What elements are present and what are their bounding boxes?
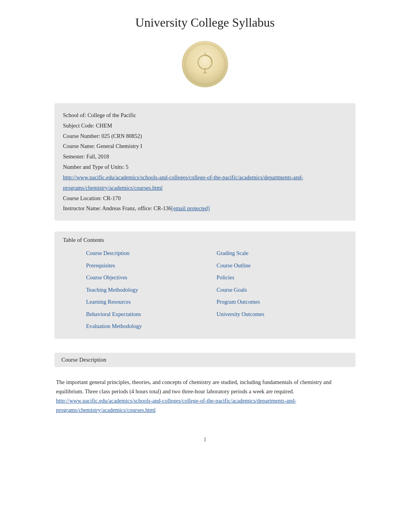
toc-left-column: Course Description Prerequisites Course …: [86, 248, 217, 332]
logo-container: [54, 39, 356, 89]
instructor-email[interactable]: [email protected]: [171, 205, 210, 211]
page-title: University College Syllabus: [54, 15, 356, 30]
toc-item-policies[interactable]: Policies: [217, 272, 347, 283]
course-name-line: Course Name: General Chemistry I: [63, 141, 347, 151]
svg-point-0: [182, 41, 228, 87]
location-line: Course Location: CR-170: [63, 193, 347, 204]
subject-code-line: Subject Code: CHEM: [63, 121, 347, 131]
toc-item-learning-resources[interactable]: Learning Resources: [86, 297, 217, 308]
units-line: Number and Type of Units: 5: [63, 162, 347, 172]
page-number: 1: [54, 437, 356, 443]
toc-right-column: Grading Scale Course Outline Policies Co…: [217, 248, 347, 332]
course-description-link[interactable]: http://www.pacific.edu/academics/schools…: [56, 398, 296, 413]
toc-item-course-goals[interactable]: Course Goals: [217, 285, 347, 296]
course-description-body: The important general principles, theori…: [54, 375, 356, 421]
toc-item-grading-scale[interactable]: Grading Scale: [217, 248, 347, 259]
toc-item-prerequisites[interactable]: Prerequisites: [86, 260, 217, 271]
toc-item-program-outcomes[interactable]: Program Outcomes: [217, 297, 347, 308]
toc-item-course-description[interactable]: Course Description: [86, 248, 217, 259]
school-line: School of: College of the Pacific: [63, 110, 347, 121]
toc-item-behavioral-expectations[interactable]: Behavioral Expectations: [86, 309, 217, 320]
semester-line: Semester: Fall, 2018: [63, 151, 347, 162]
course-number-line: Course Number: 025 (CRN 80852): [63, 131, 347, 141]
instructor-line: Instructor Name: Andreas Franz, office: …: [63, 203, 347, 214]
university-seal: [180, 39, 230, 89]
course-description-header-box: Course Description: [54, 353, 356, 367]
course-description-header: Course Description: [61, 357, 349, 363]
toc-item-course-outline[interactable]: Course Outline: [217, 260, 347, 271]
course-description-text-part1: The important general principles, theori…: [56, 379, 332, 394]
toc-grid: Course Description Prerequisites Course …: [63, 248, 347, 332]
page-container: University College Syllabus: [31, 0, 379, 466]
url-line: http://www.pacific.edu/academics/schools…: [63, 172, 347, 193]
toc-item-teaching-methodology[interactable]: Teaching Methodology: [86, 285, 217, 296]
toc-item-evaluation-methodology[interactable]: Evaluation Methodology: [86, 321, 217, 332]
toc-box: Table of Contents Course Description Pre…: [54, 231, 356, 339]
course-info-box: School of: College of the Pacific Subjec…: [54, 103, 356, 221]
toc-item-course-objectives[interactable]: Course Objectives: [86, 272, 217, 283]
instructor-text: Instructor Name: Andreas Franz, office: …: [63, 205, 171, 211]
toc-item-university-outcomes[interactable]: University Outcomes: [217, 309, 347, 320]
course-url-link[interactable]: http://www.pacific.edu/academics/schools…: [63, 174, 303, 191]
toc-title: Table of Contents: [63, 237, 347, 243]
